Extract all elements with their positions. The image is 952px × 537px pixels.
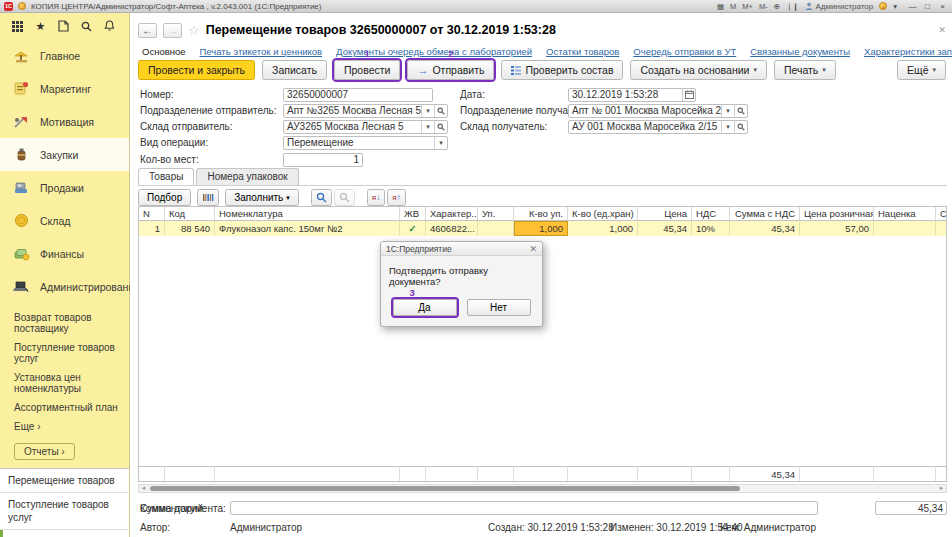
open-window-item-2[interactable]: Поступление товаров услуг xyxy=(0,493,129,530)
write-button[interactable]: Записать xyxy=(262,60,327,80)
dialog-yes-button[interactable]: 3 Да xyxy=(393,299,457,316)
dropdown-icon[interactable]: ▾ xyxy=(421,105,434,117)
scroll-left-arrow-icon[interactable]: ◄ xyxy=(139,485,148,492)
parts-tab-1[interactable]: Товары xyxy=(138,168,194,185)
info-icon[interactable]: i xyxy=(879,2,887,10)
open-window-item-3[interactable]: Перемещение товаров 32650000007 от 30.12… xyxy=(0,530,129,537)
history-icon[interactable] xyxy=(57,20,70,33)
cell-С[interactable] xyxy=(936,221,947,236)
lookup-icon[interactable] xyxy=(734,121,747,133)
cell-К-во уп.[interactable]: 1,000 xyxy=(514,221,568,236)
column-header-4[interactable]: ЖВ xyxy=(400,207,426,221)
sidebar-item-5[interactable]: Продажи xyxy=(0,171,129,204)
number-input[interactable]: 32650000007 xyxy=(283,88,433,102)
fill-button[interactable]: Заполнить▾ xyxy=(225,189,299,206)
dropdown-icon[interactable]: ▾ xyxy=(721,105,734,117)
create-based-on-button[interactable]: Создать на основании▾ xyxy=(630,60,766,80)
column-header-7[interactable]: К-во уп. xyxy=(514,207,568,221)
split-window-icon[interactable]: ❘❙ xyxy=(786,2,799,11)
parts-tab-2[interactable]: Номера упаковок xyxy=(196,168,298,185)
memory-m-button[interactable]: М xyxy=(730,2,736,11)
doc-tab-7[interactable]: Характеристики запрещенные к списанию xyxy=(864,46,952,57)
horizontal-scrollbar[interactable]: ◄ ► xyxy=(138,484,947,493)
cell-Номенклатура[interactable]: Флуконазол капс. 150мг №2 xyxy=(215,221,400,236)
open-window-item-1[interactable]: Перемещение товаров xyxy=(0,469,129,493)
search-icon[interactable] xyxy=(80,20,93,33)
close-button[interactable]: × xyxy=(937,2,948,11)
cell-Уп.[interactable] xyxy=(478,221,514,236)
cell-Наценка[interactable] xyxy=(874,221,936,236)
cell-Характер...[interactable]: 4606822... xyxy=(426,221,478,236)
sidebar-link-3[interactable]: Установка цен номенклатуры xyxy=(14,372,125,394)
sidebar-item-3[interactable]: Мотивация xyxy=(0,105,129,138)
scrollbar-thumb[interactable] xyxy=(150,486,740,491)
cell-Цена[interactable]: 45,34 xyxy=(638,221,692,236)
post-button[interactable]: 1 Провести xyxy=(334,60,400,80)
column-header-3[interactable]: Номенклатура xyxy=(215,207,400,221)
table-search-cancel-button[interactable] xyxy=(334,189,355,206)
receiver-division-input[interactable]: Апт № 001 Москва Маросейка 2/15▾ xyxy=(568,104,748,118)
dialog-no-button[interactable]: Нет xyxy=(467,299,531,316)
restore-button[interactable]: □ xyxy=(922,2,933,11)
post-and-close-button[interactable]: Провести и закрыть xyxy=(138,60,255,80)
send-button[interactable]: 2 → Отправить xyxy=(407,60,494,80)
memory-mplus-button[interactable]: М+ xyxy=(742,2,753,11)
calendar-icon[interactable] xyxy=(682,89,695,101)
dropdown-icon[interactable]: ▾ xyxy=(421,121,434,133)
menu-grid-icon[interactable] xyxy=(11,20,24,33)
table-search-button[interactable] xyxy=(311,189,332,206)
comment-input[interactable] xyxy=(230,501,818,515)
cell-ЖВ[interactable]: ✓ xyxy=(400,221,426,236)
operation-type-input[interactable]: Перемещение▾ xyxy=(283,136,448,150)
info-dropdown-icon[interactable]: ▾ xyxy=(893,2,897,11)
doc-tab-4[interactable]: Остатки товаров xyxy=(546,46,619,57)
forward-button[interactable]: → xyxy=(163,23,182,38)
doc-tab-5[interactable]: Очередь отправки в УТ xyxy=(633,46,736,57)
date-input[interactable]: 30.12.2019 1:53:28 xyxy=(568,88,696,102)
sort-descending-button[interactable]: я↑ xyxy=(387,189,405,206)
column-header-11[interactable]: Сумма с НДС xyxy=(730,207,800,221)
minimize-button[interactable]: — xyxy=(907,2,918,11)
scroll-right-arrow-icon[interactable]: ► xyxy=(937,485,946,492)
table-row[interactable]: 188 540Флуконазол капс. 150мг №2✓4606822… xyxy=(139,221,946,236)
reports-button[interactable]: Отчеты › xyxy=(14,443,75,460)
print-button[interactable]: Печать▾ xyxy=(774,60,836,80)
sidebar-item-6[interactable]: Склад xyxy=(0,204,129,237)
places-count-input[interactable]: 1 xyxy=(283,153,363,167)
doc-tab-6[interactable]: Связанные документы xyxy=(750,46,850,57)
back-button[interactable]: ← xyxy=(138,23,157,38)
memory-mminus-button[interactable]: М- xyxy=(759,2,768,11)
sidebar-item-7[interactable]: Финансы xyxy=(0,237,129,270)
favorite-star-icon[interactable]: ☆ xyxy=(188,23,200,38)
check-contents-button[interactable]: Проверить состав xyxy=(501,60,623,80)
main-menu-icon[interactable] xyxy=(18,2,26,10)
lookup-icon[interactable] xyxy=(434,121,447,133)
receiver-warehouse-input[interactable]: АУ 001 Москва Маросейка 2/15▾ xyxy=(568,120,748,134)
cell-Цена розничная[interactable]: 57,00 xyxy=(800,221,874,236)
column-header-9[interactable]: Цена xyxy=(638,207,692,221)
dialog-close-icon[interactable]: ✕ xyxy=(529,244,537,254)
doc-tab-2[interactable]: Печать этикеток и ценников xyxy=(200,46,323,57)
cell-НДС[interactable]: 10% xyxy=(692,221,730,236)
cell-N[interactable]: 1 xyxy=(139,221,165,236)
notifications-bell-icon[interactable] xyxy=(103,20,116,33)
sidebar-item-1[interactable]: Главное xyxy=(0,39,129,72)
dropdown-icon[interactable]: ▾ xyxy=(721,121,734,133)
pick-button[interactable]: Подбор xyxy=(138,189,191,206)
cell-Сумма с НДС[interactable]: 45,34 xyxy=(730,221,800,236)
column-header-10[interactable]: НДС xyxy=(692,207,730,221)
column-header-13[interactable]: Наценка xyxy=(874,207,936,221)
sidebar-item-4[interactable]: Закупки xyxy=(0,138,129,171)
more-button[interactable]: Ещё▾ xyxy=(897,60,946,80)
favorites-icon[interactable]: ★ xyxy=(34,20,47,33)
sender-division-input[interactable]: Апт №3265 Москва Лесная 5▾ xyxy=(283,104,448,118)
sidebar-link-4[interactable]: Ассортиментный план xyxy=(14,402,125,413)
column-header-6[interactable]: Уп. xyxy=(478,207,514,221)
scanner-icon-button[interactable] xyxy=(197,189,219,206)
column-header-5[interactable]: Характер... xyxy=(426,207,478,221)
column-header-12[interactable]: Цена розничная xyxy=(800,207,874,221)
sidebar-item-8[interactable]: Администрирование xyxy=(0,270,129,303)
sidebar-link-2[interactable]: Поступление товаров услуг xyxy=(14,342,125,364)
lookup-icon[interactable] xyxy=(434,105,447,117)
doc-tab-1[interactable]: Основное xyxy=(142,46,186,57)
